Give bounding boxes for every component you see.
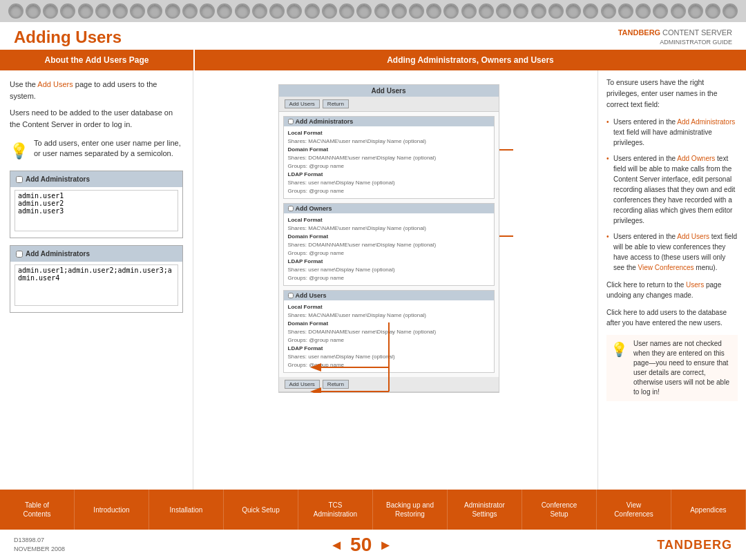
privilege-item-1: • Users entered in the Add Administrator… xyxy=(606,117,738,148)
doc-date: NOVEMBER 2008 xyxy=(14,545,65,554)
nav-view-conferences[interactable]: ViewConferences xyxy=(597,490,671,530)
spiral-hole xyxy=(374,3,390,19)
diagram-add-users-btn-bottom[interactable]: Add Users xyxy=(285,380,320,389)
diagram-owners-content: Local Format Shares: MAC\NAME\user name\… xyxy=(284,213,494,285)
diagram-section-owners-header: Add Owners xyxy=(284,204,494,213)
return-text: Click here to return to the Users page u… xyxy=(606,280,738,300)
spiral-hole xyxy=(182,3,198,19)
brand-guide: ADMINISTRATOR GUIDE xyxy=(618,38,732,47)
spiral-hole xyxy=(339,3,354,19)
page-number: 50 xyxy=(350,534,372,556)
diagram-users-label: Add Users xyxy=(296,292,327,299)
footer: D13898.07 NOVEMBER 2008 ◄ 50 ► TANDBERG xyxy=(0,530,746,560)
spiral-hole xyxy=(287,3,302,19)
spiral-hole xyxy=(583,3,598,19)
spiral-hole xyxy=(356,3,372,19)
nav-conference-setup[interactable]: ConferenceSetup xyxy=(522,490,597,530)
nav-table-of-contents[interactable]: Table ofContents xyxy=(0,490,75,530)
add-admins-link[interactable]: Add Administrators xyxy=(677,118,735,126)
spiral-hole xyxy=(392,3,407,19)
diagram-section-users: Add Users Local Format Shares: MAC\NAME\… xyxy=(283,290,495,373)
diagram-section-users-header: Add Users xyxy=(284,291,494,300)
diagram-users-checkbox[interactable] xyxy=(288,293,294,298)
admin-box-2-label: Add Administrators xyxy=(26,249,90,259)
spiral-hole xyxy=(217,3,232,19)
admin-box-2-textarea[interactable]: admin.user1;admin.user2;admin.user3;admi… xyxy=(15,264,178,306)
spiral-hole xyxy=(443,3,459,19)
diagram-owners-checkbox[interactable] xyxy=(288,206,294,211)
spiral-hole xyxy=(426,3,441,19)
spiral-hole xyxy=(705,3,720,19)
add-owners-link[interactable]: Add Owners xyxy=(677,155,715,162)
tip-icon-1: 💡 xyxy=(10,139,28,162)
spiral-hole xyxy=(60,3,75,19)
right-tip-text: User names are not checked when they are… xyxy=(633,339,734,397)
spiral-hole xyxy=(566,3,581,19)
diagram-buttons-top: Add Users Return xyxy=(279,97,499,112)
section-header-left: About the Add Users Page xyxy=(0,50,193,70)
center-content: Add Users Add Users Return Add Administr… xyxy=(193,70,597,490)
admin-box-1-label: Add Administrators xyxy=(26,174,90,184)
privilege-item-2: • Users entered in the Add Owners text f… xyxy=(606,153,738,226)
brand-name: TANDBERG xyxy=(618,28,661,37)
spiral-hole xyxy=(113,3,128,19)
diagram-wrapper: Add Users Add Users Return Add Administr… xyxy=(278,77,513,393)
spiral-hole xyxy=(653,3,668,19)
spiral-hole xyxy=(252,3,267,19)
spiral-hole xyxy=(95,3,111,19)
spiral-hole xyxy=(235,3,250,19)
footer-doc-info: D13898.07 NOVEMBER 2008 xyxy=(14,536,65,554)
footer-brand: TANDBERG xyxy=(657,538,732,552)
admin-box-2-content: admin.user1;admin.user2;admin.user3;admi… xyxy=(10,262,182,312)
nav-appendices[interactable]: Appendices xyxy=(671,490,746,530)
admin-box-1-content: admin.user1 admin.user2 admin.user3 xyxy=(10,187,182,238)
diagram-return-btn-top[interactable]: Return xyxy=(323,99,349,108)
admin-box-1-checkbox[interactable] xyxy=(16,176,23,183)
nav-introduction[interactable]: Introduction xyxy=(75,490,149,530)
diagram-return-btn-bottom[interactable]: Return xyxy=(323,380,349,389)
spiral-hole xyxy=(305,3,320,19)
spiral-hole xyxy=(200,3,215,19)
intro-text2: Users need to be added to the user datab… xyxy=(10,107,183,130)
spiral-hole xyxy=(147,3,162,19)
admin-box-1-textarea[interactable]: admin.user1 admin.user2 admin.user3 xyxy=(15,190,178,231)
admin-box-2-checkbox[interactable] xyxy=(16,251,23,258)
spiral-hole xyxy=(688,3,703,19)
prev-page-arrow[interactable]: ◄ xyxy=(329,537,343,553)
add-users-link[interactable]: Add Users xyxy=(37,80,73,88)
privilege-item-3: • Users entered in the Add Users text fi… xyxy=(606,231,738,273)
users-link[interactable]: Users xyxy=(686,281,704,289)
diagram-title: Add Users xyxy=(279,85,499,97)
spiral-hole xyxy=(618,3,633,19)
admin-box-1: Add Administrators admin.user1 admin.use… xyxy=(10,171,183,238)
nav-backing-restoring[interactable]: Backing up andRestoring xyxy=(373,490,448,530)
nav-tcs-admin[interactable]: TCSAdministration xyxy=(298,490,373,530)
add-users-link-right[interactable]: Add Users xyxy=(677,233,709,240)
spiral-hole xyxy=(78,3,93,19)
nav-installation[interactable]: Installation xyxy=(149,490,224,530)
diagram-admin-checkbox[interactable] xyxy=(288,119,294,124)
bottom-nav: Table ofContents Introduction Installati… xyxy=(0,490,746,530)
diagram-admin-label: Add Administrators xyxy=(296,118,354,125)
spiral-hole xyxy=(496,3,511,19)
admin-box-1-header: Add Administrators xyxy=(10,171,182,187)
right-tip-icon: 💡 xyxy=(611,339,628,360)
spiral-binding xyxy=(0,0,746,22)
spiral-hole xyxy=(461,3,477,19)
diagram-add-users-btn-top[interactable]: Add Users xyxy=(285,99,320,108)
nav-quick-setup[interactable]: Quick Setup xyxy=(224,490,298,530)
spiral-hole xyxy=(671,3,686,19)
doc-number: D13898.07 xyxy=(14,536,65,545)
diagram-owners-label: Add Owners xyxy=(296,205,332,212)
spiral-hole xyxy=(322,3,337,19)
spiral-hole xyxy=(531,3,546,19)
view-conferences-link[interactable]: View Conferences xyxy=(638,264,694,271)
brand-product: CONTENT SERVER xyxy=(662,28,732,37)
right-intro: To ensure users have the right privilege… xyxy=(606,77,738,110)
main-content: Use the Add Users page to add users to t… xyxy=(0,70,746,490)
next-page-arrow[interactable]: ► xyxy=(379,537,392,553)
spiral-hole xyxy=(723,3,738,19)
nav-administrator-settings[interactable]: AdministratorSettings xyxy=(448,490,522,530)
tip-box-1: 💡 To add users, enter one user name per … xyxy=(10,138,183,162)
spiral-hole xyxy=(409,3,424,19)
